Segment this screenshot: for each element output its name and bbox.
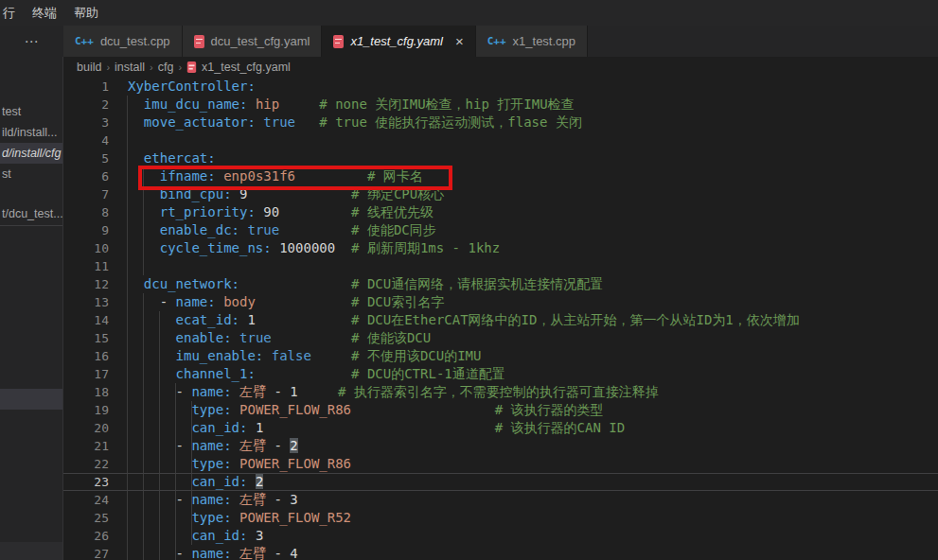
more-actions-icon[interactable]: ⋯ — [0, 26, 63, 57]
code-line-content: - name: body # DCU索引名字 — [128, 293, 444, 311]
tab-dcu_test.cpp[interactable]: C++dcu_test.cpp — [63, 26, 183, 57]
code-token — [128, 366, 176, 381]
menubar-item[interactable]: 终端 — [24, 0, 65, 26]
code-token — [128, 204, 160, 219]
line-number: 8 — [63, 203, 109, 221]
code-token: 90 — [263, 204, 279, 219]
code-token: - — [176, 384, 192, 399]
code-token: imu_enable: — [176, 348, 264, 363]
tab-x1_test_cfg.yaml[interactable]: x1_test_cfg.yaml× — [322, 26, 475, 57]
code-token — [128, 456, 191, 471]
line-number: 9 — [63, 221, 109, 239]
code-token — [263, 348, 271, 363]
code-token — [279, 222, 351, 237]
code-token — [239, 276, 351, 291]
sidebar-item[interactable]: ild/install... — [0, 122, 62, 143]
code-line-content: can_id: 2 — [128, 474, 263, 490]
code-token: 1 — [247, 312, 255, 327]
code-line-content: move_actuator: true # true 使能执行器运动测试，fla… — [128, 114, 582, 131]
code-line-content: dcu_network: # DCU通信网络，请根据实机连接情况配置 — [128, 275, 603, 293]
code-line-21[interactable]: 21 - name: 左臂 - 2 — [63, 437, 938, 455]
code-line-24[interactable]: 24 - name: 左臂 - 3 — [63, 491, 938, 509]
sidebar-item[interactable]: d/install/cfg — [0, 143, 62, 164]
sidebar-item[interactable]: t/dcu_test... — [0, 203, 62, 224]
code-line-19[interactable]: 19 type: POWER_FLOW_R86 # 该执行器的类型 — [63, 401, 938, 419]
code-line-18[interactable]: 18 - name: 左臂 - 1 # 执行器索引名字，不需要控制的执行器可直接… — [63, 383, 938, 401]
code-line-8[interactable]: 8 rt_priority: 90 # 线程优先级 — [63, 203, 938, 221]
code-editor[interactable]: 1XyberController:2 imu_dcu_name: hip # n… — [63, 78, 938, 560]
code-token: # 不使用该DCU的IMU — [351, 348, 481, 363]
tab-dcu_test_cfg.yaml[interactable]: dcu_test_cfg.yaml — [183, 26, 323, 57]
code-token: enable_dc: — [160, 222, 239, 237]
code-line-13[interactable]: 13 - name: body # DCU索引名字 — [63, 293, 938, 311]
code-line-1[interactable]: 1XyberController: — [63, 78, 938, 96]
sidebar-item[interactable]: test — [0, 101, 62, 122]
code-token: # 该执行器的类型 — [495, 402, 604, 417]
code-line-2[interactable]: 2 imu_dcu_name: hip # none 关闭IMU检查，hip 打… — [63, 96, 938, 114]
code-token: - — [176, 438, 192, 453]
code-line-20[interactable]: 20 can_id: 1 # 该执行器的CAN ID — [63, 419, 938, 437]
code-token: 3 — [256, 528, 263, 543]
code-line-17[interactable]: 17 channel_1: # DCU的CTRL-1通道配置 — [63, 365, 938, 383]
sidebar-item[interactable]: st — [0, 164, 62, 184]
tab-label: x1_test_cfg.yaml — [350, 34, 443, 48]
code-token — [128, 510, 191, 525]
code-token: # 刷新周期1ms - 1khz — [351, 240, 500, 255]
tab-label: dcu_test.cpp — [100, 34, 170, 48]
code-line-3[interactable]: 3 move_actuator: true # true 使能执行器运动测试，f… — [63, 114, 938, 131]
code-token: # 执行器索引名字，不需要控制的执行器可直接注释掉 — [338, 384, 659, 399]
breadcrumb-segment[interactable]: install — [115, 61, 145, 74]
breadcrumb[interactable]: build›install›cfg›x1_test_cfg.yaml — [63, 57, 938, 78]
tab-x1_test.cpp[interactable]: C++x1_test.cpp — [476, 26, 588, 57]
breadcrumb-segment[interactable]: build — [77, 61, 101, 74]
line-number: 3 — [63, 114, 109, 131]
code-token: can_id: — [191, 420, 247, 435]
code-token — [351, 402, 495, 417]
annotation-highlight-box — [138, 166, 452, 190]
code-line-12[interactable]: 12 dcu_network: # DCU通信网络，请根据实机连接情况配置 — [63, 275, 938, 293]
code-line-15[interactable]: 15 enable: true # 使能该DCU — [63, 329, 938, 347]
code-token: # true 使能执行器运动测试，flase 关闭 — [319, 114, 582, 130]
line-number: 5 — [63, 149, 109, 167]
vscode-window: 行终端帮助 ⋯ C++dcu_test.cppdcu_test_cfg.yaml… — [0, 0, 938, 560]
code-line-content: enable_dc: true # 使能DC同步 — [128, 221, 436, 239]
code-line-content: - name: 左臂 - 4 — [128, 545, 298, 560]
code-token — [128, 312, 176, 327]
menubar-item[interactable]: 行 — [0, 0, 24, 26]
code-line-9[interactable]: 9 enable_dc: true # 使能DC同步 — [63, 221, 938, 239]
code-token: 3 — [290, 492, 297, 507]
line-number: 10 — [63, 239, 109, 257]
code-token: 4 — [290, 546, 297, 560]
code-line-4[interactable]: 4 — [63, 131, 938, 149]
code-line-16[interactable]: 16 imu_enable: false # 不使用该DCU的IMU — [63, 347, 938, 365]
code-line-content: can_id: 1 # 该执行器的CAN ID — [128, 419, 625, 437]
code-token — [128, 528, 191, 543]
code-line-content: imu_dcu_name: hip # none 关闭IMU检查，hip 打开I… — [128, 96, 575, 114]
code-line-content: - name: 左臂 - 2 — [128, 437, 298, 455]
code-line-10[interactable]: 10 cycle_time_ns: 1000000 # 刷新周期1ms - 1k… — [63, 239, 938, 257]
menubar-item[interactable]: 帮助 — [65, 0, 107, 26]
code-token: # DCU通信网络，请根据实机连接情况配置 — [351, 276, 603, 291]
code-line-27[interactable]: 27 - name: 左臂 - 4 — [63, 545, 938, 560]
code-token — [272, 240, 279, 255]
line-number: 25 — [63, 509, 109, 527]
line-number: 18 — [63, 383, 109, 401]
yaml-file-icon — [187, 61, 196, 73]
code-token — [335, 240, 351, 255]
code-line-content: type: POWER_FLOW_R86 # 该执行器的类型 — [128, 401, 604, 419]
code-token: type: — [191, 510, 231, 525]
close-icon[interactable]: × — [455, 34, 464, 48]
code-line-23[interactable]: 23 can_id: 2 — [63, 473, 938, 491]
code-line-26[interactable]: 26 can_id: 3 — [63, 527, 938, 545]
breadcrumb-segment[interactable]: cfg — [158, 61, 174, 74]
sidebar-item[interactable] — [0, 389, 62, 410]
code-token: type: — [191, 456, 231, 471]
code-token: name: — [191, 492, 231, 507]
breadcrumb-file[interactable]: x1_test_cfg.yaml — [202, 61, 291, 74]
code-line-14[interactable]: 14 ecat_id: 1 # DCU在EtherCAT网络中的ID，从主站开始… — [63, 311, 938, 329]
code-line-22[interactable]: 22 type: POWER_FLOW_R86 — [63, 455, 938, 473]
code-line-11[interactable]: 11 — [63, 257, 938, 275]
code-token: 1 — [290, 384, 297, 399]
code-line-25[interactable]: 25 type: POWER_FLOW_R52 — [63, 509, 938, 527]
code-token: - — [266, 492, 290, 507]
